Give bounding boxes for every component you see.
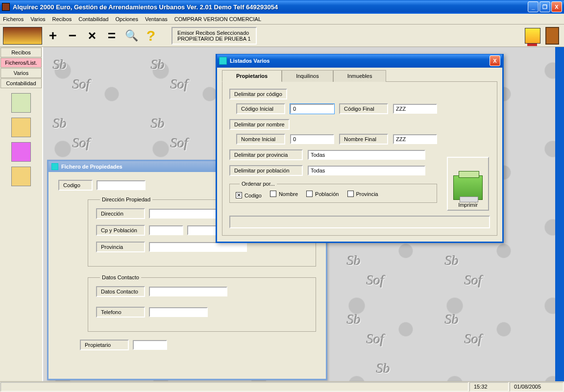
telefono-input[interactable] [149,307,208,317]
title-bar: Alquirec 2000 Euro, Gestión de Arrendami… [0,0,564,14]
emisor-line2: PROPIETARIO DE PRUEBA 1 [177,36,251,42]
provincia-input[interactable] [149,242,247,252]
scroll-up-button[interactable]: ▲ [556,47,564,56]
monitor-button[interactable] [524,27,541,45]
ordenar-group: Ordenar por... ✕Codigo Nombre Población … [229,181,437,203]
sidebar-icon-4[interactable] [11,167,31,186]
printer-icon [453,175,483,200]
menu-contabilidad[interactable]: Contabilidad [78,16,108,22]
dialog-status-box [229,216,490,228]
dialog-icon [219,57,227,65]
codigo-inicial-label: Código Inicial [236,103,285,114]
nav-contabilidad[interactable]: Contabilidad [0,78,42,88]
sidebar-icon-1[interactable] [11,93,31,113]
codigo-label: Codigo [58,180,93,191]
menu-bar: Ficheros Varios Recibos Contabilidad Opc… [0,14,564,24]
delim-poblacion-label: Delimitar por población [229,165,303,176]
provincia-filter-input[interactable] [308,150,425,160]
nombre-final-input[interactable] [393,134,437,144]
imprimir-button[interactable]: Imprimir [447,157,489,211]
dialog-title-bar[interactable]: Listados Varios X [217,54,502,68]
emisor-line1: Emisor Recibos Seleccionado [177,30,251,36]
propietario-label: Propietario [80,340,129,350]
maximize-button[interactable]: ❐ [539,1,550,12]
delim-codigo-label: Delimitar por código [229,89,287,99]
ordenar-nombre-checkbox[interactable]: Nombre [270,191,298,197]
ordenar-legend: Ordenar por... [240,181,277,187]
menu-ficheros[interactable]: Ficheros [3,16,24,22]
tab-inmuebles[interactable]: Inmuebles [333,70,387,82]
datos-contacto-label: Datos Contacto [96,286,145,297]
app-icon [2,3,10,11]
door-icon [545,27,559,45]
help-button[interactable]: ? [142,27,160,45]
toolbar-image-button[interactable] [3,27,42,45]
minimize-button[interactable]: _ [528,1,539,12]
monitor-icon [525,28,540,44]
menu-recibos[interactable]: Recibos [52,16,72,22]
nav-ficheros[interactable]: Ficheros/List. [0,58,42,68]
sidebar-icon-2[interactable] [11,118,31,137]
menu-opciones[interactable]: Opciones [115,16,138,22]
imprimir-label: Imprimir [448,202,488,208]
status-date: 01/08/2005 [510,382,564,392]
poblacion-filter-input[interactable] [308,166,425,175]
status-time: 15:32 [469,382,509,392]
listados-dialog: Listados Varios X Propietarios Inquilino… [216,54,504,243]
cp-input[interactable] [149,225,183,235]
tab-propietarios[interactable]: Propietarios [222,70,282,82]
nav-recibos[interactable]: Recibos [0,48,42,57]
sidebar: Recibos Ficheros/List. Varios Contabilid… [0,47,43,381]
dialog-tabs: Propietarios Inquilinos Inmuebles [222,70,497,81]
magnifier-icon: 🔍 [125,29,138,42]
scroll-down-button[interactable]: ▼ [556,372,564,381]
sidebar-icon-3[interactable] [11,142,31,162]
delim-provincia-label: Delimitar por provincia [229,149,303,160]
plus-button[interactable]: + [44,27,62,45]
direccion-label: Dirección [96,208,145,219]
nombre-inicial-input[interactable] [290,134,334,144]
codigo-inicial-input[interactable] [290,104,334,114]
datos-legend: Datos Contacto [100,274,141,280]
tab-inquilinos[interactable]: Inquilinos [282,70,333,82]
emisor-panel: Emisor Recibos Seleccionado PROPIETARIO … [172,27,257,45]
nombre-inicial-label: Nombre Inicial [236,134,285,145]
nombre-final-label: Nombre Final [339,134,388,145]
menu-varios[interactable]: Varios [30,16,45,22]
ordenar-poblacion-checkbox[interactable]: Población [306,191,339,197]
ordenar-codigo-checkbox[interactable]: ✕Codigo [236,192,262,198]
mdi-area: Sb Sof Sb Sof Sb Sof Sb Sof Sb Sof Sb So… [43,47,564,381]
status-bar: 15:32 01/08/2005 [0,381,564,392]
dialog-close-button[interactable]: X [490,55,500,66]
provincia-label: Provincia [96,242,145,252]
search-button[interactable]: 🔍 [123,27,140,45]
datos-group: Datos Contacto Datos Contacto Telefono [88,274,316,332]
ordenar-provincia-checkbox[interactable]: Provincia [347,191,378,197]
fichero-title-text: Fichero de Propiedades [61,164,123,170]
fichero-window-icon [51,163,58,170]
vertical-scrollbar[interactable]: ▲ ▼ [555,47,564,381]
toolbar: + − × = 🔍 ? Emisor Recibos Seleccionado … [0,24,564,47]
status-message [0,382,468,392]
datos-contacto-input[interactable] [149,287,227,296]
equals-button[interactable]: = [103,27,121,45]
menu-ventanas[interactable]: Ventanas [145,16,168,22]
telefono-label: Telefono [96,307,145,318]
close-button[interactable]: X [551,1,562,12]
codigo-final-input[interactable] [393,104,437,114]
minus-button[interactable]: − [64,27,81,45]
dialog-title-text: Listados Varios [230,58,270,64]
tab-panel-propietarios: Delimitar por código Código Inicial Códi… [222,81,497,236]
codigo-input[interactable] [97,180,146,190]
nav-varios[interactable]: Varios [0,68,42,78]
exit-button[interactable] [543,27,561,45]
menu-comprar[interactable]: COMPRAR VERSION COMERCIAL [174,16,261,22]
cp-label: Cp y Población [96,225,145,236]
direccion-legend: Dirección Propiedad [100,196,152,202]
propietario-input[interactable] [133,340,167,350]
multiply-button[interactable]: × [83,27,101,45]
delim-nombre-label: Delimitar por nombre [229,119,290,130]
codigo-final-label: Código Final [339,103,388,114]
window-title: Alquirec 2000 Euro, Gestión de Arrendami… [13,3,527,11]
